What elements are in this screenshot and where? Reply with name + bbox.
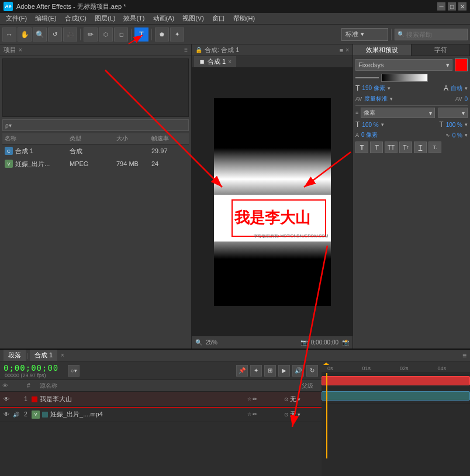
- layer-2-parent-arrow[interactable]: ▾: [298, 412, 300, 418]
- auto-icon: A: [444, 84, 448, 92]
- layer-1-toggle[interactable]: ⊙: [284, 396, 289, 402]
- menu-file[interactable]: 文件(F): [2, 13, 30, 24]
- comp-tab-1[interactable]: 🔲 合成 1 ×: [194, 56, 236, 67]
- tracking-row: AV 度量标准 ▾ AV 0: [355, 95, 468, 103]
- tool-camera[interactable]: 🎥: [63, 27, 77, 42]
- canvas-gradient: [214, 148, 331, 195]
- menu-effects[interactable]: 效果(T): [120, 13, 148, 24]
- timeline-play-btn[interactable]: ▶: [278, 365, 290, 377]
- timeline-track-area: 0s 01s 02s 04s: [322, 361, 470, 476]
- comp-zoom: 25%: [206, 339, 217, 346]
- pixels-dropdown2[interactable]: ▾: [438, 108, 468, 118]
- layer-1-controls: ☆ ✏ ⊙: [247, 396, 289, 402]
- layer-1-color[interactable]: [32, 396, 37, 402]
- menu-composition[interactable]: 合成(C): [61, 13, 90, 24]
- project-search[interactable]: ρ▾: [2, 119, 189, 131]
- menu-layer[interactable]: 图层(L): [91, 13, 119, 24]
- menu-help[interactable]: 帮助(H): [230, 13, 258, 24]
- camera-icon: 📷: [300, 339, 307, 346]
- fmt-btn-t1[interactable]: T: [355, 142, 368, 153]
- fmt-btn-tt[interactable]: TT: [385, 142, 398, 153]
- color-swatch[interactable]: [455, 58, 468, 71]
- preset-dropdown[interactable]: 标准 ▾: [341, 28, 388, 41]
- help-search-box[interactable]: 🔍: [395, 29, 468, 40]
- layer-1-parent-arrow[interactable]: ▾: [298, 396, 300, 402]
- timeline-tab-close[interactable]: ×: [61, 352, 64, 358]
- tool-stamp[interactable]: ⬡: [99, 27, 113, 42]
- layer-row-1[interactable]: 👁 1 我是李大山 ☆ ✏ ⊙ 无 ▾: [0, 392, 322, 407]
- close-button[interactable]: ✕: [458, 2, 466, 11]
- timeline-refresh-btn[interactable]: ↻: [306, 365, 318, 377]
- project-panel-header: 项目 × ≡: [0, 44, 191, 56]
- menu-animation[interactable]: 动画(A): [150, 13, 178, 24]
- tool-shape[interactable]: ⬟: [155, 27, 169, 42]
- comp-tab-close[interactable]: ×: [228, 58, 231, 65]
- panel-menu-icon[interactable]: ≡: [184, 47, 188, 53]
- timeline-layers: 👁 1 我是李大山 ☆ ✏ ⊙ 无 ▾: [0, 392, 322, 476]
- pixels-dropdown[interactable]: 像素 ▾: [361, 108, 435, 118]
- timeline-ruler: 0s 01s 02s 04s: [322, 361, 470, 373]
- help-search-input[interactable]: [406, 31, 465, 38]
- window-controls[interactable]: ─ □ ✕: [437, 2, 466, 11]
- maximize-button[interactable]: □: [448, 2, 456, 11]
- layer-2-audio[interactable]: 🔊: [12, 411, 20, 419]
- layer-2-eye[interactable]: 👁: [2, 411, 11, 419]
- tool-text[interactable]: T: [134, 27, 148, 42]
- timeline-loop-btn[interactable]: ○▾: [68, 365, 80, 377]
- comp-tab-label: 合成 1: [208, 57, 226, 66]
- video-icon: V: [5, 160, 13, 168]
- comp-panel-close[interactable]: ×: [345, 47, 349, 53]
- layer-1-eye[interactable]: 👁: [2, 395, 11, 403]
- comp-controls: 🔍 25% 📷 0;00;00;00 📸: [192, 336, 352, 349]
- timeline-pin-btn[interactable]: 📌: [236, 365, 248, 377]
- time-display[interactable]: 0;00;00;00: [4, 363, 58, 372]
- layer-1-edit[interactable]: ✏: [253, 396, 257, 402]
- track-bar-1[interactable]: [322, 376, 470, 385]
- timeline-left: 0;00;00;00 00000 (29.97 fps) ○▾ 📌 ✦ ⊞ ▶ …: [0, 361, 322, 476]
- tab-character[interactable]: 字符: [412, 44, 470, 56]
- main-layout: 项目 × ≡ ρ▾ 名称 类型 大小 帧速率 C 合成 1: [0, 44, 470, 349]
- timeline-menu-icon[interactable]: ≡: [462, 351, 466, 360]
- fmt-btn-tr[interactable]: Tr: [399, 142, 412, 153]
- menu-edit[interactable]: 编辑(E): [32, 13, 60, 24]
- timeline-body: 0;00;00;00 00000 (29.97 fps) ○▾ 📌 ✦ ⊞ ▶ …: [0, 361, 470, 476]
- tool-rotate[interactable]: ↺: [48, 27, 62, 42]
- size-arrow: ▾: [388, 85, 390, 91]
- menu-window[interactable]: 窗口: [209, 13, 229, 24]
- layer-2-edit[interactable]: ✏: [253, 411, 257, 418]
- toolbar: ↔ ✋ 🔍 ↺ 🎥 ✏ ⬡ ◻ T ⬟ ✦ 标准 ▾ 🔍: [0, 25, 470, 44]
- timeline-tab-comp[interactable]: 合成 1: [30, 350, 57, 361]
- comp-panel-header: 🔒 合成: 合成 1 ≡ ×: [192, 44, 352, 56]
- tab-effects-presets[interactable]: 效果和预设: [353, 44, 412, 56]
- project-item-video[interactable]: V 妊娠_出片... MPEG 794 MB 24: [2, 157, 189, 170]
- timeline-audio-btn[interactable]: 🔊: [292, 365, 304, 377]
- layer-2-color[interactable]: [42, 412, 48, 418]
- timeline-controls: 0;00;00;00 00000 (29.97 fps) ○▾ 📌 ✦ ⊞ ▶ …: [0, 361, 322, 380]
- fmt-btn-t2[interactable]: T: [370, 142, 383, 153]
- tool-pen[interactable]: ✏: [84, 27, 98, 42]
- layer-2-controls: ☆ ✏ ⊙: [247, 411, 289, 418]
- tool-selection[interactable]: ↔: [2, 27, 16, 42]
- timeline-tab-para[interactable]: 段落: [4, 350, 26, 361]
- fmt-btn-t6[interactable]: T.: [428, 142, 441, 153]
- project-panel-close[interactable]: ×: [19, 47, 22, 53]
- tool-puppet[interactable]: ✦: [170, 27, 184, 42]
- minimize-button[interactable]: ─: [437, 2, 445, 11]
- tool-hand[interactable]: ✋: [18, 27, 32, 42]
- menu-view[interactable]: 视图(V): [179, 13, 208, 24]
- layer-2-toggle[interactable]: ⊙: [284, 412, 289, 418]
- project-item-comp[interactable]: C 合成 1 合成 29.97: [2, 144, 189, 157]
- timeline-grid-btn[interactable]: ⊞: [264, 365, 276, 377]
- layer-1-parent-value: 无: [290, 395, 296, 403]
- tool-zoom[interactable]: 🔍: [33, 27, 47, 42]
- font-selector[interactable]: Fixedsys ▾: [355, 59, 452, 71]
- panel-header-left: 项目 ×: [4, 46, 22, 54]
- fmt-btn-t5[interactable]: T: [414, 142, 427, 153]
- timeline-star-btn[interactable]: ✦: [250, 365, 262, 377]
- t-scale-icon: T: [355, 120, 360, 129]
- tool-eraser[interactable]: ◻: [114, 27, 128, 42]
- playhead[interactable]: [326, 373, 327, 458]
- comp-panel-menu[interactable]: ≡: [340, 47, 343, 54]
- track-bar-2[interactable]: [322, 391, 470, 401]
- layer-row-2[interactable]: 👁 🔊 2 V 妊娠_出片_....mp4 ☆ ✏ ⊙ 无: [0, 407, 322, 422]
